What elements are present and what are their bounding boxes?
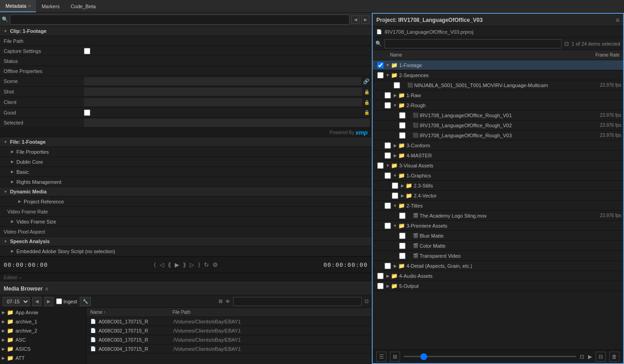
expand-icon[interactable]: ▼ [385, 63, 391, 68]
ingest-checkbox[interactable] [56, 298, 62, 304]
delete-button[interactable]: 🗑 [609, 352, 619, 362]
expand-icon[interactable]: ▶ [392, 153, 398, 158]
eye-icon[interactable]: 👁 [225, 299, 230, 304]
tab-metadata[interactable]: Metadata ≡ [0, 0, 36, 12]
expand-icon[interactable]: ▶ [399, 183, 406, 188]
capture-settings-checkbox[interactable] [84, 48, 90, 54]
expand-icon[interactable]: ▶ [392, 93, 398, 98]
mb-item-asics[interactable]: ▶ 📁 ASICS [0, 344, 86, 354]
proj-checkbox[interactable] [377, 162, 384, 169]
embedded-script-header[interactable]: ▶ Embedded Adobe Story Script (no select… [0, 246, 371, 256]
proj-checkbox[interactable] [385, 152, 391, 159]
proj-row-vector[interactable]: ▶ 📁 2.4-Vector [373, 191, 623, 201]
clip-section-header[interactable]: ▼ Clip: 1-Footage [0, 26, 371, 36]
proj-row-academy-logo[interactable]: 🎬 The Academy Logo Sting.mov 23.976 fps [373, 211, 623, 221]
proj-checkbox[interactable] [385, 223, 391, 229]
proj-checkbox[interactable] [399, 253, 406, 259]
grid-button[interactable]: ⊟ [596, 352, 606, 362]
media-browser-options-icon[interactable]: ⊡ [364, 298, 369, 304]
proj-row-titles[interactable]: ▼ 📁 2-Titles [373, 201, 623, 211]
project-search-input[interactable] [385, 39, 562, 48]
dynamic-media-header[interactable]: ▼ Dynamic Media [0, 187, 371, 197]
prev-arrow-button[interactable]: ◀ [351, 16, 359, 24]
proj-row-transparent-video[interactable]: 🎬 Transparent Video [373, 251, 623, 261]
proj-row-color-matte[interactable]: 🎬 Color Matte [373, 241, 623, 251]
proj-checkbox[interactable] [399, 112, 406, 119]
proj-checkbox[interactable] [377, 72, 384, 78]
proj-checkbox[interactable] [399, 243, 406, 249]
proj-row-raw[interactable]: ▶ 📁 1-Raw [373, 90, 623, 100]
mark-in-button[interactable]: ⟨ [153, 260, 157, 269]
speech-analysis-header[interactable]: ▼ Speech Analysis [0, 237, 371, 246]
tab-codebeta[interactable]: Code_Beta [65, 0, 101, 12]
expand-icon[interactable]: ▶ [385, 274, 391, 278]
proj-row-sequences[interactable]: ▼ 📁 2-Sequences [373, 70, 623, 80]
proj-checkbox[interactable] [377, 62, 384, 68]
proj-row-multicam[interactable]: ⬛ NINJABLA_S001_S001_T001.MOVIRV-Languag… [373, 80, 623, 90]
proj-checkbox[interactable] [399, 122, 406, 129]
project-menu-button[interactable]: ≡ [616, 16, 619, 24]
proj-row-footage[interactable]: ▼ 📁 1-Footage [373, 60, 623, 70]
good-checkbox[interactable] [84, 109, 90, 116]
proj-checkbox[interactable] [385, 203, 391, 209]
mb-item-archive1[interactable]: ▶ 📁 archive_1 [0, 317, 86, 326]
play-button[interactable]: ▶ [174, 260, 180, 269]
proj-checkbox[interactable] [399, 213, 406, 219]
proj-checkbox[interactable] [394, 82, 400, 88]
mb-file-row[interactable]: 📄 A008C004_170715_R /Volumes/Clients/eBa… [87, 344, 371, 354]
proj-row-rough-v01[interactable]: ⬛ IRV1708_LanguageOfOffice_Rough_V01 23.… [373, 110, 623, 120]
icon-view-button[interactable]: ⊞ [390, 352, 400, 362]
selected-input[interactable] [84, 119, 369, 127]
wrench-button[interactable]: 🔧 [80, 297, 91, 306]
proj-row-blue-matte[interactable]: 🎬 Blue Matte [373, 231, 623, 241]
expand-icon[interactable]: ▼ [392, 173, 398, 178]
proj-checkbox[interactable] [385, 172, 391, 179]
step-forward-button[interactable]: ⟫ [182, 260, 187, 269]
proj-checkbox[interactable] [377, 273, 384, 279]
shot-input[interactable] [84, 88, 362, 96]
proj-checkbox[interactable] [385, 102, 391, 109]
proj-row-master[interactable]: ▶ 📁 4-MASTER [373, 151, 623, 161]
scene-input[interactable] [84, 77, 361, 85]
proj-checkbox[interactable] [377, 283, 384, 289]
list-view-button[interactable]: ☰ [376, 352, 386, 362]
metadata-search-input[interactable] [10, 15, 349, 25]
video-frame-size-header[interactable]: ▶ Video Frame Size [0, 217, 371, 227]
proj-row-output[interactable]: ▶ 📁 5-Output [373, 281, 623, 291]
step-back-button[interactable]: ⟪ [167, 260, 172, 269]
proj-row-stills[interactable]: ▶ 📁 2.3-Stills [373, 181, 623, 191]
proj-checkbox[interactable] [392, 192, 398, 199]
mb-item-app-annie[interactable]: ▶ 📁 App Annie [0, 308, 86, 317]
tab-markers[interactable]: Markers [36, 0, 65, 12]
expand-icon[interactable]: ▼ [385, 163, 391, 168]
file-section-header[interactable]: ▼ File: 1-Footage [0, 137, 371, 147]
client-input[interactable] [84, 98, 362, 106]
proj-row-detail[interactable]: ▶ 📁 4-Detail (Aspects, Grain, etc.) [373, 261, 623, 271]
media-browser-search-input[interactable] [233, 297, 362, 306]
rights-management-header[interactable]: ▶ Rights Management [0, 177, 371, 187]
expand-icon[interactable]: ▼ [392, 203, 398, 208]
expand-icon[interactable]: ▶ [392, 143, 398, 148]
mark-out-button[interactable]: ⟩ [197, 260, 201, 269]
file-properties-header[interactable]: ▶ File Properties [0, 147, 371, 157]
proj-row-rough[interactable]: ▼ 📁 2-Rough [373, 100, 623, 110]
date-filter-select[interactable]: 07-15 [3, 297, 30, 306]
proj-row-premiere-assets[interactable]: ▼ 📁 3-Premiere Assets [373, 221, 623, 231]
expand-icon[interactable]: ▼ [392, 224, 398, 228]
expand-icon[interactable]: ▶ [399, 193, 406, 198]
proj-row-rough-v03[interactable]: ⬛ IRV1708_LanguageOfOffice_Rough_V03 23.… [373, 130, 623, 140]
proj-row-conform[interactable]: ▶ 📁 3-Conform [373, 140, 623, 151]
media-browser-menu-icon[interactable]: ≡ [45, 286, 48, 291]
filter-icon[interactable]: ⊠ [218, 298, 223, 304]
project-reference-header[interactable]: ▶ Project Reference [0, 197, 371, 207]
proj-checkbox[interactable] [392, 182, 398, 189]
proj-row-rough-v02[interactable]: ⬛ IRV1708_LanguageOfOffice_Rough_V02 23.… [373, 120, 623, 130]
proj-row-graphics[interactable]: ▼ 📁 1-Graphics [373, 171, 623, 181]
nav-right-button[interactable]: ▶ [44, 297, 53, 306]
mb-file-row[interactable]: 📄 A008C001_170715_R /Volumes/Clients/eBa… [87, 317, 371, 326]
settings-button[interactable]: ⚙ [212, 260, 219, 269]
loop-button[interactable]: ↻ [203, 260, 210, 269]
mb-item-att[interactable]: ▶ 📁 ATT [0, 354, 86, 363]
expand-icon[interactable]: ▼ [385, 73, 391, 78]
prev-frame-button[interactable]: ◁ [159, 260, 165, 269]
